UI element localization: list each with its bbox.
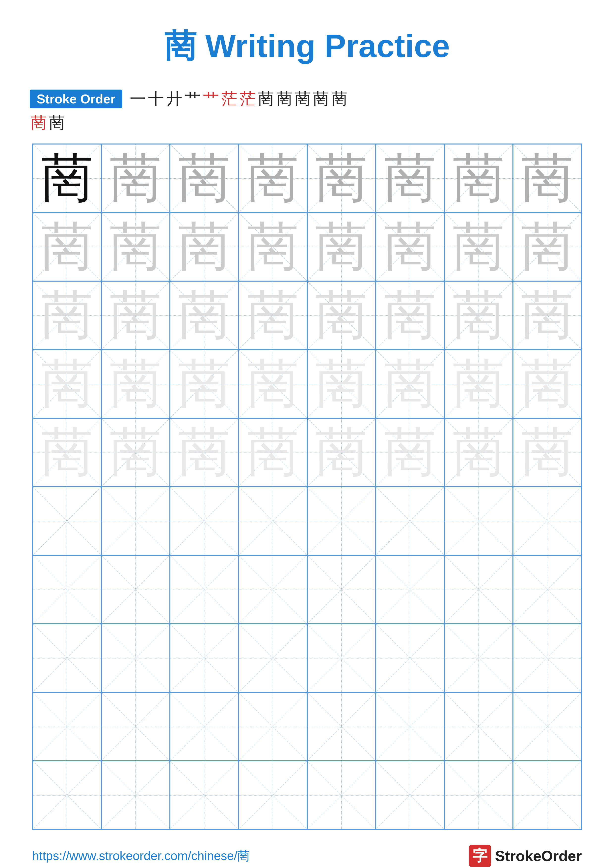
grid-cell[interactable] [238,487,307,555]
stroke-step: 一 [130,88,146,110]
grid-cell[interactable]: 菵 [101,212,170,281]
grid-row [33,624,581,692]
grid-cell[interactable]: 菵 [376,281,445,350]
svg-line-136 [308,693,375,760]
grid-cell[interactable] [307,555,376,624]
grid-cell[interactable]: 菵 [238,350,307,418]
grid-cell[interactable] [445,555,513,624]
svg-line-125 [445,624,513,692]
grid-cell[interactable]: 菵 [238,212,307,281]
grid-cell[interactable] [376,555,445,624]
grid-cell[interactable]: 菵 [33,418,101,487]
grid-cell[interactable] [513,555,581,624]
svg-line-139 [376,693,444,760]
grid-cell[interactable] [101,692,170,761]
grid-cell[interactable]: 菵 [33,212,101,281]
svg-line-121 [308,624,375,692]
grid-cell[interactable] [513,761,581,829]
grid-cell[interactable] [376,692,445,761]
grid-cell[interactable] [170,487,238,555]
grid-cell[interactable] [238,692,307,761]
grid-cell[interactable]: 菵 [33,144,101,212]
grid-cell[interactable]: 菵 [101,350,170,418]
grid-cell[interactable]: 菵 [513,350,581,418]
grid-cell[interactable] [170,761,238,829]
grid-cell[interactable]: 菵 [445,281,513,350]
grid-row: 菵菵菵菵菵菵菵菵 [33,144,581,212]
grid-cell[interactable]: 菵 [307,212,376,281]
grid-cell[interactable] [238,761,307,829]
grid-cell[interactable]: 菵 [376,418,445,487]
grid-cell[interactable]: 菵 [376,212,445,281]
footer-url[interactable]: https://www.strokeorder.com/chinese/菵 [32,848,250,864]
grid-cell[interactable]: 菵 [101,144,170,212]
practice-char: 菵 [384,358,436,410]
grid-cell[interactable] [101,555,170,624]
grid-cell[interactable] [170,624,238,692]
grid-cell[interactable] [513,692,581,761]
svg-line-130 [102,693,169,760]
grid-cell[interactable]: 菵 [513,281,581,350]
grid-cell[interactable] [33,624,101,692]
grid-cell[interactable]: 菵 [513,418,581,487]
grid-cell[interactable] [101,487,170,555]
grid-cell[interactable] [445,692,513,761]
grid-cell[interactable]: 菵 [170,350,238,418]
grid-cell[interactable] [445,487,513,555]
stroke-step: 菵 [49,112,65,133]
grid-cell[interactable]: 菵 [170,418,238,487]
grid-cell[interactable] [513,624,581,692]
grid-cell[interactable]: 菵 [170,144,238,212]
grid-cell[interactable]: 菵 [101,281,170,350]
grid-cell[interactable]: 菵 [376,144,445,212]
svg-line-106 [376,556,444,623]
grid-cell[interactable] [170,692,238,761]
grid-cell[interactable] [376,624,445,692]
grid-cell[interactable] [238,624,307,692]
grid-cell[interactable]: 菵 [445,144,513,212]
svg-line-118 [239,624,307,692]
grid-cell[interactable] [101,761,170,829]
grid-cell[interactable] [307,487,376,555]
grid-cell[interactable] [101,624,170,692]
grid-cell[interactable]: 菵 [513,212,581,281]
grid-cell[interactable]: 菵 [445,418,513,487]
grid-cell[interactable] [445,624,513,692]
grid-cell[interactable] [376,761,445,829]
grid-cell[interactable] [33,761,101,829]
svg-line-92 [445,487,513,555]
grid-cell[interactable] [307,692,376,761]
grid-cell[interactable] [170,555,238,624]
grid-cell[interactable]: 菵 [33,281,101,350]
grid-cell[interactable]: 菵 [376,350,445,418]
grid-cell[interactable]: 菵 [307,350,376,418]
grid-cell[interactable]: 菵 [170,212,238,281]
grid-cell[interactable] [33,555,101,624]
grid-cell[interactable]: 菵 [33,350,101,418]
grid-cell[interactable] [238,555,307,624]
footer: https://www.strokeorder.com/chinese/菵 字 … [30,845,584,867]
grid-cell[interactable]: 菵 [238,281,307,350]
grid-cell[interactable] [307,624,376,692]
grid-cell[interactable]: 菵 [307,281,376,350]
grid-cell[interactable] [33,487,101,555]
grid-cell[interactable]: 菵 [170,281,238,350]
grid-cell[interactable] [376,487,445,555]
grid-cell[interactable]: 菵 [307,418,376,487]
svg-line-157 [445,761,513,829]
grid-cell[interactable]: 菵 [445,212,513,281]
grid-row [33,555,581,624]
svg-line-133 [170,693,238,760]
grid-cell[interactable]: 菵 [513,144,581,212]
stroke-step: 艹 [203,88,219,110]
grid-cell[interactable]: 菵 [307,144,376,212]
grid-cell[interactable] [33,692,101,761]
grid-cell[interactable] [513,487,581,555]
page-title: 菵 Writing Practice [164,25,450,68]
grid-cell[interactable] [445,761,513,829]
grid-cell[interactable]: 菵 [238,418,307,487]
grid-cell[interactable]: 菵 [445,350,513,418]
grid-cell[interactable]: 菵 [238,144,307,212]
grid-cell[interactable] [307,761,376,829]
grid-cell[interactable]: 菵 [101,418,170,487]
